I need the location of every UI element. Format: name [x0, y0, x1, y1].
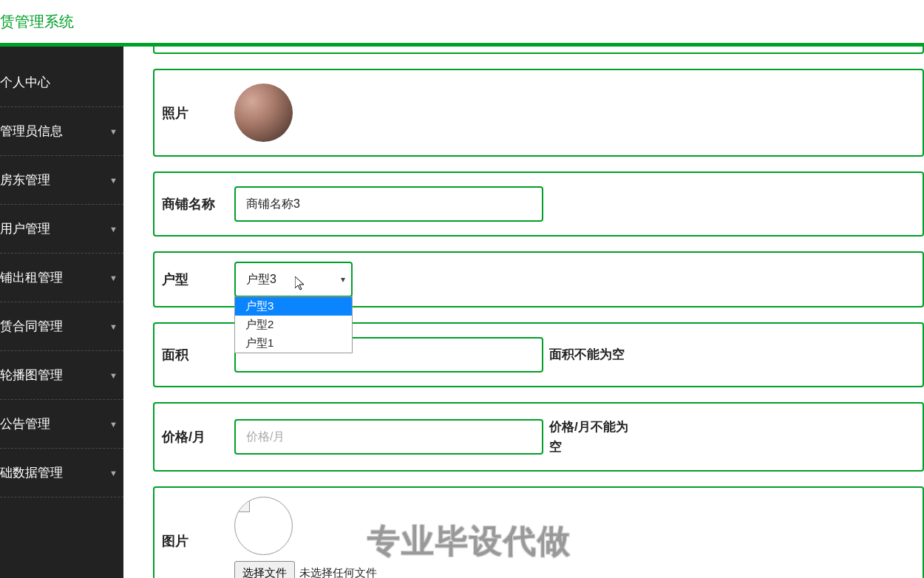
sidebar-item-admin-info[interactable]: 管理员信息 ▼	[0, 107, 123, 156]
sidebar-item-user-mgmt[interactable]: 用户管理 ▼	[0, 205, 123, 254]
form-row-image: 图片 选择文件 未选择任何文件	[153, 486, 924, 578]
app-title: 赁管理系统	[0, 12, 74, 32]
sidebar-item-label: 轮播图管理	[0, 367, 63, 384]
caret-down-icon: ▼	[109, 371, 123, 380]
shop-name-label: 商铺名称	[160, 195, 234, 213]
sidebar-item-label: 房东管理	[0, 171, 50, 188]
image-placeholder[interactable]	[234, 497, 293, 555]
broken-image-icon	[235, 497, 250, 512]
app-header: 赁管理系统	[0, 0, 924, 43]
sidebar-item-base-data-mgmt[interactable]: 础数据管理 ▼	[0, 449, 123, 497]
shop-name-input[interactable]	[234, 186, 543, 222]
caret-down-icon: ▼	[109, 322, 123, 331]
sidebar-item-label: 赁合同管理	[0, 318, 63, 335]
unit-type-select[interactable]: 户型3	[234, 262, 353, 297]
caret-down-icon: ▼	[109, 225, 123, 234]
sidebar-item-label: 铺出租管理	[0, 269, 63, 286]
form-row-photo: 照片	[153, 69, 924, 157]
caret-down-icon: ▼	[109, 469, 123, 477]
unit-type-label: 户型	[160, 271, 234, 288]
caret-down-icon: ▼	[109, 127, 123, 136]
area-label: 面积	[160, 346, 234, 364]
sidebar-item-label: 础数据管理	[0, 464, 63, 481]
form-row-shop-name: 商铺名称	[153, 171, 924, 237]
image-upload-group: 选择文件 未选择任何文件	[234, 497, 377, 578]
file-status-text: 未选择任何文件	[299, 566, 377, 578]
form-row-price: 价格/月 价格/月不能为空	[153, 402, 924, 472]
choose-file-button[interactable]: 选择文件	[234, 561, 295, 578]
form-row-cut	[153, 47, 924, 54]
sidebar-item-landlord-mgmt[interactable]: 房东管理 ▼	[0, 156, 123, 205]
dropdown-option-1[interactable]: 户型3	[235, 297, 352, 316]
photo-label: 照片	[160, 104, 234, 122]
image-label: 图片	[160, 532, 234, 550]
sidebar-item-label: 用户管理	[0, 220, 50, 237]
sidebar: 个人中心 管理员信息 ▼ 房东管理 ▼ 用户管理 ▼ 铺出租管理 ▼ 赁合同管理…	[0, 47, 123, 578]
sidebar-item-label: 个人中心	[0, 74, 50, 91]
unit-type-selected-value: 户型3	[246, 272, 276, 288]
area-error: 面积不能为空	[549, 344, 625, 364]
main-container: 个人中心 管理员信息 ▼ 房东管理 ▼ 用户管理 ▼ 铺出租管理 ▼ 赁合同管理…	[0, 47, 924, 578]
file-controls: 选择文件 未选择任何文件	[234, 561, 377, 578]
sidebar-item-label: 公告管理	[0, 415, 50, 432]
dropdown-option-2[interactable]: 户型2	[235, 316, 352, 334]
sidebar-item-announcement-mgmt[interactable]: 公告管理 ▼	[0, 400, 123, 449]
price-label: 价格/月	[160, 428, 234, 446]
sidebar-item-carousel-mgmt[interactable]: 轮播图管理 ▼	[0, 351, 123, 400]
sidebar-item-personal-center[interactable]: 个人中心	[0, 58, 123, 107]
unit-type-select-wrap: 户型3 ▾ 户型3 户型2 户型1	[234, 262, 353, 297]
price-error: 价格/月不能为空	[549, 417, 631, 457]
caret-down-icon: ▼	[109, 176, 123, 185]
sidebar-item-label: 管理员信息	[0, 123, 63, 140]
sidebar-item-shop-rent-mgmt[interactable]: 铺出租管理 ▼	[0, 254, 123, 302]
caret-down-icon: ▼	[109, 420, 123, 429]
avatar-image[interactable]	[234, 84, 293, 142]
caret-down-icon: ▼	[109, 273, 123, 282]
sidebar-item-lease-contract-mgmt[interactable]: 赁合同管理 ▼	[0, 302, 123, 351]
form-row-unit-type: 户型 户型3 ▾ 户型3 户型2 户型1	[153, 251, 924, 307]
unit-type-dropdown: 户型3 户型2 户型1	[234, 296, 353, 353]
price-input[interactable]	[234, 419, 543, 455]
form-content: 照片 商铺名称 户型 户型3 ▾ 户型3 户型2 户型1	[123, 47, 924, 578]
dropdown-option-3[interactable]: 户型1	[235, 334, 352, 353]
